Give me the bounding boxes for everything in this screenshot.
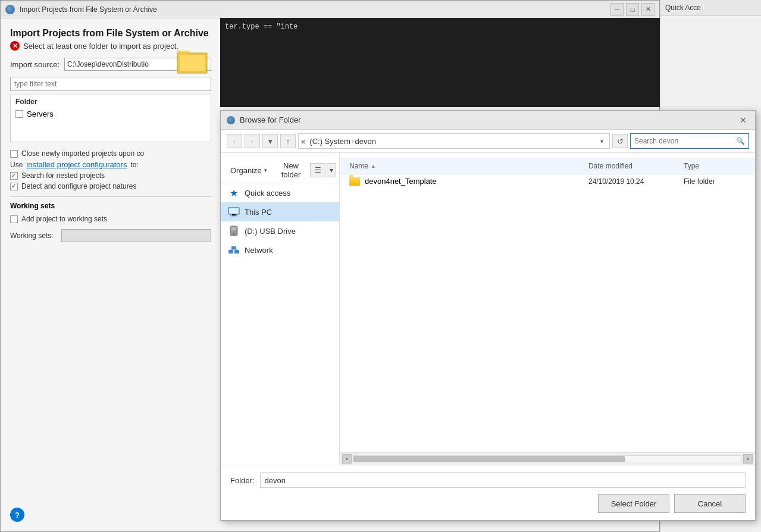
natures-text: Detect and configure project natures [21, 182, 136, 190]
nav-item-network[interactable]: Network [221, 240, 339, 259]
nested-text: Search for nested projects [21, 171, 105, 180]
configurators-link[interactable]: installed project configurators [26, 160, 127, 169]
star-icon: ★ [230, 187, 238, 199]
working-sets-input-row: Working sets: [10, 228, 211, 243]
servers-checkbox[interactable] [15, 110, 23, 118]
folder-item-servers: Servers [11, 108, 211, 120]
folder-input-area: Folder: Select Folder Cancel [221, 465, 755, 520]
organize-dropdown-icon: ▾ [264, 167, 267, 173]
browse-content: Organize ▾ New folder ☰ ▾ ? ★ Quick acce… [221, 153, 755, 465]
hscroll-thumb [353, 456, 625, 462]
working-sets-title: Working sets [10, 202, 211, 210]
help-icon: ? [10, 508, 24, 522]
hscroll-track[interactable] [353, 455, 742, 462]
col-type-header[interactable]: Type [679, 161, 750, 171]
date-col-label: Date modified [588, 162, 632, 170]
file-list-toolbar: Organize ▾ New folder ☰ ▾ ? [221, 158, 339, 183]
breadcrumb-start[interactable]: « [301, 137, 305, 146]
browse-dialog: Browse for Folder ✕ ‹ › ▾ ↑ « (C:) Syste… [220, 110, 756, 521]
file-row-0[interactable]: devon4net_Template 24/10/2019 10:24 File… [340, 174, 755, 189]
quick-access-header: Quick Acce [660, 0, 761, 16]
refresh-button[interactable]: ↺ [612, 134, 628, 148]
usb-drive-icon [228, 225, 240, 237]
hscroll-right-button[interactable]: › [743, 454, 753, 464]
folder-text-input[interactable] [260, 472, 746, 488]
file-name-0: devon4net_Template [365, 177, 437, 186]
file-name-cell-0: devon4net_Template [345, 177, 584, 186]
file-type-0: File folder [679, 177, 750, 186]
breadcrumb-system[interactable]: (C:) System [309, 137, 350, 146]
browse-toolbar: ‹ › ▾ ↑ « (C:) System › devon ▾ ↺ 🔍 [221, 130, 755, 153]
this-pc-label: This PC [245, 208, 272, 217]
nav-item-this-pc[interactable]: This PC [221, 202, 339, 221]
view-options: ☰ ▾ [310, 163, 336, 177]
nav-item-quick-access[interactable]: ★ Quick access [221, 183, 339, 202]
breadcrumb-sep1 [306, 137, 308, 145]
new-folder-label: New folder [281, 161, 301, 179]
usb-drive-label: (D:) USB Drive [245, 227, 296, 236]
nested-checkbox[interactable] [10, 172, 18, 180]
forward-button[interactable]: › [245, 134, 260, 148]
address-dropdown-button[interactable]: ▾ [596, 134, 607, 148]
file-list-area: Name ▲ Date modified Type devon4net_Temp… [340, 153, 755, 465]
svg-point-9 [233, 233, 235, 235]
svg-rect-8 [231, 227, 236, 230]
folder-input-row: Folder: [230, 472, 746, 488]
eclipse-help-button[interactable]: ? [10, 508, 24, 522]
error-icon: ✕ [10, 41, 20, 51]
maximize-button[interactable]: □ [626, 3, 639, 16]
svg-rect-12 [231, 246, 236, 249]
svg-rect-5 [232, 214, 236, 215]
view-dropdown-button[interactable]: ▾ [327, 163, 336, 177]
hscroll-area: ‹ › [340, 452, 755, 465]
hscroll-left-button[interactable]: ‹ [342, 454, 352, 464]
working-sets-input[interactable] [61, 229, 211, 242]
this-pc-icon [228, 206, 240, 218]
close-imported-checkbox[interactable] [10, 150, 18, 158]
eclipse-icon [5, 5, 15, 14]
add-to-working-sets-row: Add project to working sets [10, 214, 211, 224]
import-source-label: Import source: [10, 60, 59, 69]
cancel-button[interactable]: Cancel [674, 494, 746, 513]
network-icon [228, 244, 240, 256]
dropdown-button[interactable]: ▾ [262, 134, 278, 148]
quick-access-label: Quick access [245, 189, 290, 198]
minimize-button[interactable]: ─ [610, 3, 624, 16]
servers-label: Servers [27, 109, 54, 118]
title-controls: ─ □ ✕ [610, 3, 654, 16]
filter-input[interactable] [10, 77, 211, 91]
up-button[interactable]: ↑ [280, 134, 296, 148]
natures-checkbox[interactable] [10, 183, 18, 190]
svg-rect-3 [180, 55, 205, 71]
folder-icon-0 [349, 177, 360, 186]
browse-dialog-title: Browse for Folder [240, 115, 732, 124]
dialog-heading: Import Projects from File System or Arch… [10, 28, 211, 39]
options-section: Close newly imported projects upon co Us… [10, 148, 211, 192]
back-button[interactable]: ‹ [227, 134, 242, 148]
svg-rect-11 [234, 250, 239, 254]
browse-titlebar: Browse for Folder ✕ [221, 111, 755, 130]
nav-item-usb-drive[interactable]: (D:) USB Drive [221, 221, 339, 240]
folder-image [176, 42, 209, 77]
option-nested: Search for nested projects [10, 170, 211, 181]
close-button[interactable]: ✕ [641, 3, 654, 16]
select-folder-button[interactable]: Select Folder [598, 494, 669, 513]
eclipse-title: Import Projects from File System or Arch… [20, 5, 606, 14]
add-working-sets-checkbox[interactable] [10, 215, 18, 223]
organize-button[interactable]: Organize ▾ [226, 165, 272, 176]
working-sets-section: Working sets Add project to working sets… [10, 196, 211, 243]
view-list-button[interactable]: ☰ [310, 163, 325, 177]
col-date-header[interactable]: Date modified [584, 161, 679, 171]
svg-rect-4 [228, 208, 239, 214]
search-input[interactable] [634, 137, 734, 145]
address-bar[interactable]: « (C:) System › devon ▾ [298, 133, 610, 149]
search-bar: 🔍 [630, 133, 749, 149]
working-sets-label: Working sets: [10, 231, 53, 240]
col-name-header[interactable]: Name ▲ [345, 161, 584, 171]
browse-close-button[interactable]: ✕ [737, 114, 749, 126]
breadcrumb-devon[interactable]: devon [355, 137, 376, 146]
import-dialog: Import Projects from File System or Arch… [1, 18, 221, 253]
name-col-label: Name [349, 162, 368, 170]
to-text: to: [130, 161, 138, 169]
new-folder-button[interactable]: New folder [277, 160, 306, 180]
